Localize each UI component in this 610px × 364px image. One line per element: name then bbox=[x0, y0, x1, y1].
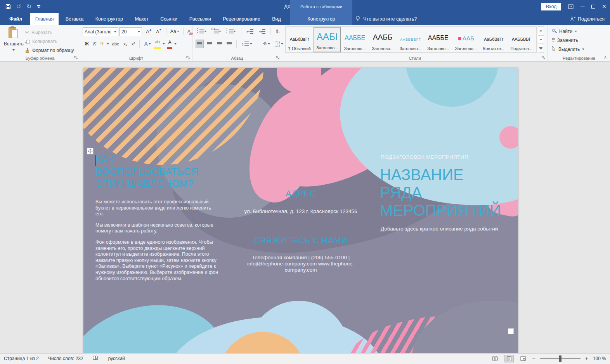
change-case-button[interactable]: Аа bbox=[169, 27, 180, 36]
numbering-dropdown-icon[interactable] bbox=[219, 31, 221, 32]
font-size-combo[interactable]: 20 bbox=[120, 27, 142, 36]
numbering-button[interactable] bbox=[210, 27, 222, 36]
collapse-ribbon-icon[interactable]: ∧ bbox=[604, 55, 607, 60]
tab-home[interactable]: Главная bbox=[30, 13, 59, 25]
highlight-button[interactable]: ab bbox=[154, 40, 161, 48]
style-heading1-selected[interactable]: ААБІ Заголово... bbox=[314, 27, 341, 52]
decrease-indent-button[interactable]: ⇤ bbox=[245, 27, 255, 36]
italic-button[interactable]: К bbox=[92, 40, 97, 48]
minimize-button[interactable]: ─ bbox=[581, 3, 584, 10]
clear-formatting-button[interactable]: А bbox=[186, 27, 192, 36]
resize-handle[interactable] bbox=[508, 328, 514, 334]
grow-font-button[interactable]: А▲ bbox=[145, 27, 154, 36]
style-subtitle[interactable]: ААББВВГ Подзагол... bbox=[508, 27, 535, 52]
superscript-button[interactable]: х² bbox=[130, 40, 136, 48]
document-area[interactable]: КАК ВОСПОЛЬЗОВАТЬСЯ ЭТИМ ШАБЛОНОМ? Вы мо… bbox=[0, 62, 610, 353]
left-column-body[interactable]: Вы можете использовать этот профессионал… bbox=[95, 199, 220, 287]
increase-indent-button[interactable]: ⇥ bbox=[257, 27, 267, 36]
style-heading4[interactable]: ААББВВГГ Заголово... bbox=[397, 27, 425, 52]
paragraph-dialog-launcher-icon[interactable] bbox=[276, 56, 281, 61]
body-paragraph[interactable]: Мы включили в шаблон несколько советов, … bbox=[95, 222, 220, 234]
style-heading6[interactable]: ААБ Заголово... bbox=[452, 27, 480, 52]
highlight-dropdown-icon[interactable] bbox=[163, 43, 165, 45]
zoom-slider-handle[interactable] bbox=[559, 355, 561, 362]
style-contact-info[interactable]: АаБбВвГг Контактн... bbox=[480, 27, 508, 52]
style-heading3[interactable]: ААББ Заголово... bbox=[369, 27, 397, 52]
event-subtitle[interactable]: ПОДЗАГОЛОВОК МЕРОПРИЯТИЯ bbox=[381, 154, 509, 160]
font-family-dropdown-icon[interactable] bbox=[114, 31, 116, 33]
align-center-button[interactable] bbox=[206, 40, 213, 48]
copy-button[interactable]: Копировать bbox=[25, 37, 74, 46]
line-spacing-dropdown-icon[interactable] bbox=[250, 43, 252, 45]
contact-heading[interactable]: СВЯЖИТЕСЬ С НАМИ bbox=[237, 236, 365, 246]
cut-button[interactable]: ✂ Вырезать bbox=[25, 28, 74, 37]
tab-file[interactable]: Файл bbox=[3, 13, 28, 25]
font-size-dropdown-icon[interactable] bbox=[138, 31, 140, 33]
ribbon-display-options-icon[interactable] bbox=[568, 4, 574, 9]
justify-button[interactable] bbox=[225, 40, 233, 48]
find-dropdown-icon[interactable] bbox=[575, 31, 577, 32]
read-mode-icon[interactable] bbox=[490, 355, 500, 362]
underline-button[interactable]: Ч bbox=[99, 40, 105, 48]
sort-button[interactable]: АЯ ↓ bbox=[275, 27, 281, 36]
tab-layout[interactable]: Макет bbox=[130, 13, 153, 25]
font-color-dropdown-icon[interactable] bbox=[174, 43, 177, 45]
text-effects-button[interactable]: А bbox=[143, 40, 152, 48]
event-series-title[interactable]: НАЗВАНИЕ РЯДА МЕРОПРИЯТИЙ bbox=[380, 166, 506, 219]
left-column-heading[interactable]: КАК ВОСПОЛЬЗОВАТЬСЯ ЭТИМ ШАБЛОНОМ? bbox=[95, 153, 210, 190]
bold-button[interactable]: Ж bbox=[83, 40, 90, 48]
clipboard-dialog-launcher-icon[interactable] bbox=[74, 56, 79, 61]
subscript-button[interactable]: х₂ bbox=[122, 40, 128, 48]
font-dialog-launcher-icon[interactable] bbox=[186, 56, 191, 61]
tab-references[interactable]: Ссылки bbox=[155, 13, 182, 25]
tab-design[interactable]: Конструктор bbox=[90, 13, 128, 25]
language-indicator[interactable]: русский bbox=[108, 356, 125, 361]
sign-in-button[interactable]: Вход bbox=[541, 3, 561, 10]
share-button[interactable]: Поделиться bbox=[570, 13, 605, 25]
styles-scroll-up-icon[interactable] bbox=[538, 26, 544, 35]
proofing-status-icon[interactable] bbox=[93, 355, 99, 362]
find-button[interactable]: Найти bbox=[552, 28, 577, 35]
bullets-dropdown-icon[interactable] bbox=[204, 31, 206, 32]
web-layout-icon[interactable] bbox=[518, 355, 528, 362]
font-family-combo[interactable]: Arial (Заголс bbox=[83, 27, 118, 36]
close-button[interactable]: × bbox=[602, 3, 606, 10]
table-move-handle[interactable] bbox=[87, 148, 94, 154]
style-normal[interactable]: АаБбВвГг ¶ Обычный bbox=[286, 27, 314, 52]
styles-gallery-more-icon[interactable] bbox=[538, 44, 544, 53]
maximize-button[interactable] bbox=[591, 5, 595, 9]
address-heading[interactable]: АДРЕС bbox=[237, 189, 365, 199]
zoom-level-indicator[interactable]: 100 % bbox=[593, 356, 606, 361]
replace-button[interactable]: abac Заменить bbox=[552, 37, 578, 43]
shading-button[interactable] bbox=[261, 40, 271, 48]
change-case-dropdown-icon[interactable] bbox=[177, 31, 179, 32]
style-heading5[interactable]: ААББЕ Заголово... bbox=[425, 27, 452, 52]
zoom-in-button[interactable]: + bbox=[585, 355, 588, 362]
bullets-button[interactable] bbox=[196, 27, 208, 36]
tab-mailings[interactable]: Рассылки bbox=[184, 13, 216, 25]
styles-dialog-launcher-icon[interactable] bbox=[542, 56, 546, 61]
zoom-slider[interactable] bbox=[540, 358, 581, 359]
align-left-button[interactable] bbox=[196, 40, 204, 48]
shrink-font-button[interactable]: А▼ bbox=[155, 27, 163, 36]
select-button[interactable]: Выделить bbox=[552, 46, 584, 52]
tab-insert[interactable]: Вставка bbox=[61, 13, 88, 25]
font-color-button[interactable]: А bbox=[167, 40, 172, 48]
styles-scroll-down-icon[interactable] bbox=[538, 35, 544, 44]
underline-dropdown-icon[interactable] bbox=[107, 43, 109, 45]
tab-review[interactable]: Рецензирование bbox=[218, 13, 265, 25]
page-count-indicator[interactable]: Страница 1 из 2 bbox=[4, 356, 39, 361]
address-text[interactable]: ул. Библиотечная, д. 123 г. Красноярск 1… bbox=[237, 208, 365, 214]
select-dropdown-icon[interactable] bbox=[582, 49, 584, 50]
event-description[interactable]: Добавьте здесь краткое описание ряда соб… bbox=[381, 226, 509, 232]
format-painter-button[interactable]: Формат по образцу bbox=[25, 46, 74, 55]
tell-me-box[interactable]: Что вы хотите сделать? bbox=[355, 13, 417, 25]
document-page[interactable]: КАК ВОСПОЛЬЗОВАТЬСЯ ЭТИМ ШАБЛОНОМ? Вы мо… bbox=[83, 68, 518, 353]
body-paragraph[interactable]: Фон оформлен в виде единого изображения.… bbox=[95, 239, 220, 282]
tab-view[interactable]: Вид bbox=[267, 13, 286, 25]
style-heading2[interactable]: ААББЕ Заголово... bbox=[341, 27, 369, 52]
word-count-indicator[interactable]: Число слов: 232 bbox=[48, 356, 83, 361]
line-spacing-button[interactable]: ↕ bbox=[240, 40, 253, 48]
paste-dropdown-icon[interactable] bbox=[12, 49, 15, 51]
shading-dropdown-icon[interactable] bbox=[268, 43, 270, 45]
